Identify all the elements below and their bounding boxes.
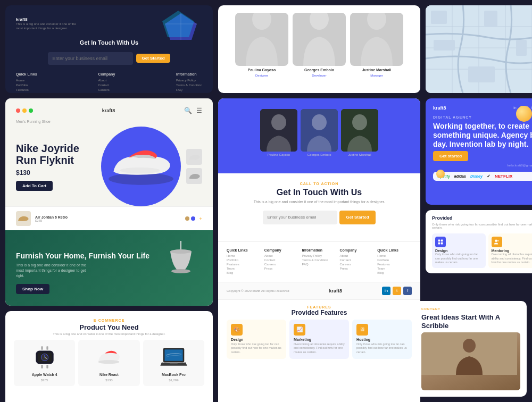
color-option-tan[interactable] <box>185 216 189 221</box>
svg-rect-19 <box>468 66 495 82</box>
shoe-thumb-2[interactable] <box>186 168 202 184</box>
cta-submit-button[interactable]: Get Started <box>339 211 375 224</box>
linkedin-icon[interactable]: in <box>382 287 390 295</box>
pf-mentoring-desc: Overcoming all obstacles require ability… <box>492 253 533 265</box>
product-laptop-price: $1,299 <box>169 379 178 382</box>
get-started-button[interactable]: Get Started <box>136 54 170 63</box>
product-laptop-image <box>157 344 189 371</box>
get-started-button[interactable]: Get started <box>433 151 468 161</box>
products-grid: Apple Watch 4 $265 Nike React $130 <box>14 340 204 386</box>
email-input[interactable] <box>48 52 133 65</box>
window-controls <box>16 108 33 113</box>
design-label: Design <box>231 338 282 341</box>
svg-rect-18 <box>516 40 527 56</box>
footer-links-grid: Quick Links Home Portfolio Features Team… <box>218 241 420 282</box>
svg-point-4 <box>252 13 271 30</box>
contact-full-card: Paulina Gayoso Georges Embolo <box>218 98 420 402</box>
person-role-2: Developer <box>312 74 326 77</box>
person-silhouette-2 <box>293 13 346 66</box>
svg-point-23 <box>170 249 192 254</box>
shoe-nav-icons: 🔍 ☰ <box>184 107 202 114</box>
shoe-top-section: kraft8 🔍 ☰ Men's Running Shoe <box>5 98 213 127</box>
add-to-cart-button[interactable]: Add To Cart <box>16 181 53 191</box>
facebook-icon[interactable]: f <box>403 287 412 295</box>
footer-col-3-title: Information <box>302 248 337 252</box>
svg-rect-44 <box>41 365 43 368</box>
contact-person-3-photo <box>341 109 378 152</box>
search-icon[interactable]: 🔍 <box>184 107 192 114</box>
footer-links: Quick Links Home Portfolio Features Team… <box>16 72 202 93</box>
shoe-promo-banner: Furnish Your Home, Furnish Your Life Thi… <box>5 230 213 306</box>
design-desc: Only those who risk going too far can po… <box>231 342 282 355</box>
pf-mentoring-label: Mentoring <box>492 249 533 253</box>
svg-rect-32 <box>441 240 443 242</box>
agency-brand-name: kraft8 <box>433 105 446 111</box>
person-silhouette-1 <box>235 13 288 66</box>
product-watch-name: Apple Watch 4 <box>32 373 57 376</box>
scribble-texture <box>421 332 517 375</box>
color-option-blue[interactable] <box>191 216 195 221</box>
hosting-label: Hosting <box>356 338 408 341</box>
cta-email-form: Get Started <box>231 211 408 224</box>
pf-mentoring: Mentoring Overcoming all obstacles requi… <box>488 233 533 268</box>
marketing-label: Marketing <box>294 338 345 341</box>
svg-point-21 <box>120 168 160 173</box>
svg-point-52 <box>463 339 476 353</box>
scribble-image <box>421 332 520 390</box>
svg-rect-38 <box>46 346 48 350</box>
cta-email-input[interactable] <box>263 211 337 224</box>
related-product: Air Jordan 6 Retro $265 <box>16 211 68 226</box>
shoe-brand: kraft8 <box>102 108 115 113</box>
company-header: Company <box>98 72 115 76</box>
person-photo-3 <box>350 13 403 66</box>
svg-point-5 <box>310 13 329 30</box>
color-options: + <box>185 216 202 222</box>
svg-rect-15 <box>431 11 447 24</box>
svg-rect-34 <box>441 242 443 245</box>
svg-point-26 <box>271 114 286 130</box>
shoe-product-price: $130 <box>16 169 96 177</box>
linkedin-nav-icon[interactable]: in <box>513 106 516 110</box>
svg-rect-37 <box>41 346 43 350</box>
geometric-decoration <box>160 11 202 43</box>
provided-desc: Only those who risk going too far can po… <box>432 223 532 229</box>
thumb-shoe-icon-2 <box>187 169 202 183</box>
svg-point-30 <box>352 114 367 130</box>
agency-features-section: FEATURES Provided Features 🎨 Design Only… <box>218 299 420 403</box>
svg-point-6 <box>367 13 386 30</box>
shop-now-button[interactable]: Shop Now <box>16 284 49 294</box>
disney-logo: Disney <box>470 174 483 178</box>
shoe-hero-section: Nike Joyride Run Flyknit $130 Add To Car… <box>5 127 213 206</box>
product-shoe[interactable]: Nike React $130 <box>78 340 139 386</box>
contact-person-1-photo <box>260 109 297 152</box>
close-dot <box>16 108 20 113</box>
product-laptop[interactable]: MacBook Pro $1,299 <box>143 340 204 386</box>
banner-title: Furnish Your Home, Furnish Your Life <box>16 252 149 261</box>
svg-point-36 <box>497 240 498 241</box>
svg-rect-17 <box>484 11 497 27</box>
contact-hero-section: Paulina Gayoso Georges Embolo <box>218 98 420 173</box>
svg-rect-45 <box>46 365 48 368</box>
related-price: $265 <box>35 219 68 222</box>
menu-icon[interactable]: ☰ <box>196 107 202 114</box>
banner-content: Furnish Your Home, Furnish Your Life Thi… <box>16 252 149 294</box>
scribble-label: CONTENT <box>421 307 520 311</box>
related-name: Air Jordan 6 Retro <box>35 215 68 219</box>
add-color-icon[interactable]: + <box>199 216 202 222</box>
twitter-icon[interactable]: t <box>393 287 401 295</box>
scribble-card: CONTENT Great Ideas Start With A Scribbl… <box>415 301 527 397</box>
person-photo-2 <box>293 13 346 66</box>
shoe-thumb-1[interactable] <box>186 149 202 165</box>
contact-bottom-bar: Copyright © 2020 kraft8 All Rights Reser… <box>218 282 420 299</box>
feature-marketing: 📈 Marketing Overcoming all obstacles req… <box>289 320 349 359</box>
shoe-thumbnail-list <box>186 149 202 184</box>
provided-title: Provided <box>432 215 532 221</box>
maximize-dot <box>29 108 33 113</box>
footer-col-5-title: Quick Links <box>377 248 412 252</box>
gold-ball-small-decoration <box>436 170 445 178</box>
footer-col-2: Company About Contact Careers Press <box>264 248 299 275</box>
shoe-circle-display <box>101 127 181 206</box>
product-watch[interactable]: Apple Watch 4 $265 <box>14 340 75 386</box>
person-2: Georges Embolo Developer <box>293 13 346 77</box>
banner-description: This is a big one and consider it one of… <box>16 263 90 278</box>
